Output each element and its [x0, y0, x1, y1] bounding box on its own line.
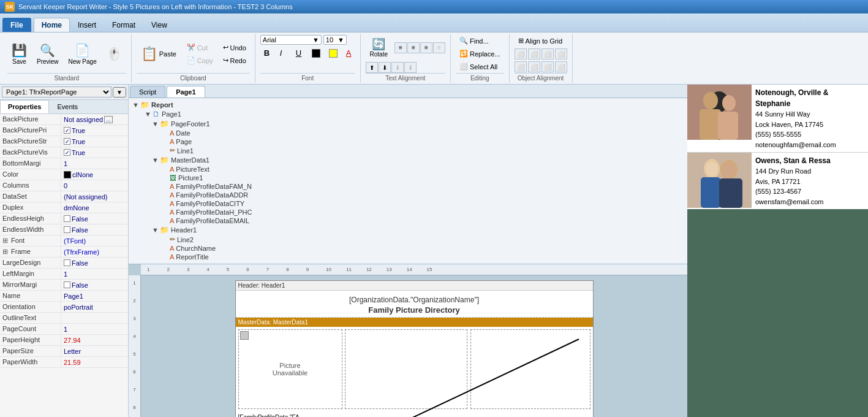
backpicturep-check[interactable]: ✓ — [64, 127, 70, 134]
canvas-area[interactable]: Header: Header1 [OrganizationData."Organ… — [141, 275, 687, 417]
paste-button[interactable]: 📋 Paste — [137, 44, 181, 64]
tab-properties[interactable]: Properties — [0, 100, 49, 113]
align-to-grid-button[interactable]: ⊞ Align to Grid — [515, 35, 567, 47]
tree-item-line2[interactable]: ✏ Line2 — [132, 235, 684, 244]
preview-button[interactable]: 🔍 Preview — [32, 40, 63, 67]
obj-space-h-btn[interactable]: ⬜ — [555, 48, 567, 59]
tree-item-churchname[interactable]: A ChurchName — [132, 244, 684, 253]
redo-button[interactable]: ↪ Redo — [219, 55, 250, 66]
prop-row-backpicturestr: BackPictureStr ✓ True — [0, 136, 128, 147]
field-fam: [FamilyProfileData."FA — [238, 414, 300, 417]
tab-events[interactable]: Events — [49, 100, 86, 113]
report-title-field: Family Picture Directory — [238, 305, 591, 315]
tree-item-pagefooter1[interactable]: ▼ 📁 PageFooter1 — [132, 119, 684, 129]
endlesswidth-check[interactable] — [64, 226, 70, 233]
page-dropdown-btn[interactable]: ▼ — [113, 87, 126, 98]
endlessheigh-check[interactable] — [64, 215, 70, 222]
underline-button[interactable]: U — [292, 47, 307, 59]
valign-top-btn[interactable]: ⬆ — [366, 62, 378, 73]
font-color-black[interactable] — [308, 47, 324, 59]
obj-center-btn[interactable]: ⬜ — [528, 48, 540, 59]
find-button[interactable]: 🔍 Find... — [456, 35, 492, 47]
valign-mid-btn[interactable]: ⬇ — [379, 62, 391, 73]
align-center-btn[interactable]: ≡ — [407, 42, 420, 53]
unknown-btn[interactable]: 🖱️ — [102, 44, 126, 64]
tree-item-picturetext[interactable]: A PictureText — [132, 165, 684, 174]
tree-item-picture1[interactable]: 🖼 Picture1 — [132, 174, 684, 182]
select-all-icon: ⬜ — [459, 63, 468, 71]
photo-entry-1: Notenough, Orville & Stephanie 44 Sunny … — [687, 85, 868, 152]
font-highlight[interactable] — [325, 47, 341, 59]
tab-format[interactable]: Format — [104, 18, 143, 32]
obj-left-btn[interactable]: ⬜ — [515, 48, 527, 59]
tab-home[interactable]: Home — [34, 18, 70, 32]
align-justify-btn[interactable]: ≡ — [433, 42, 445, 53]
redo-icon: ↪ — [223, 56, 228, 64]
prop-row-backpicture: BackPicture Not assigned ... — [0, 114, 128, 125]
save-icon: 💾 — [12, 43, 27, 58]
size-dropdown-arrow: ▼ — [338, 36, 344, 44]
email-2: owensfam@email.com — [755, 197, 864, 207]
obj-vmid-btn[interactable]: ⬜ — [528, 61, 540, 72]
tree-item-familyprofilecity[interactable]: A FamilyProfileDataCITY — [132, 199, 684, 208]
replace-button[interactable]: 🔁 Replace... — [456, 48, 504, 59]
address-2: 144 Dry Run Road — [755, 166, 864, 177]
tree-item-line1[interactable]: ✏ Line1 — [132, 146, 684, 155]
copy-button[interactable]: 📄 Copy — [183, 55, 217, 66]
tree-item-page1[interactable]: ▼ 🗋 Page1 — [132, 109, 684, 119]
backpicturevis-check[interactable]: ✓ — [64, 149, 70, 156]
italic-button[interactable]: I — [276, 47, 291, 59]
backpicture-btn[interactable]: ... — [104, 116, 113, 123]
cut-button[interactable]: ✂️ Cut — [183, 42, 217, 53]
tree-item-familyprofileemail[interactable]: A FamilyProfileDataEMAIL — [132, 216, 684, 225]
largedesign-check[interactable] — [64, 259, 70, 266]
tree-item-reporttitle[interactable]: A ReportTitle — [132, 253, 684, 261]
wrap-btn[interactable]: ⬇ — [404, 62, 417, 73]
obj-space-v-btn[interactable]: ⬜ — [555, 61, 567, 72]
save-button[interactable]: 💾 Save — [7, 40, 31, 67]
font-name-dropdown[interactable]: Arial ▼ — [260, 35, 322, 45]
align-left-btn[interactable]: ≡ — [394, 42, 407, 53]
tab-page1[interactable]: Page1 — [167, 86, 205, 98]
frame-expand[interactable]: ⊞ — [2, 248, 8, 255]
tab-insert[interactable]: Insert — [70, 18, 104, 32]
obj-right-btn[interactable]: ⬜ — [542, 48, 554, 59]
undo-button[interactable]: ↩ Undo — [219, 42, 250, 53]
tree-item-masterdata1[interactable]: ▼ 📁 MasterData1 — [132, 155, 684, 165]
obj-top-btn[interactable]: ⬜ — [515, 61, 527, 72]
mirrormargi-check[interactable] — [64, 281, 70, 288]
select-all-button[interactable]: ⬜ Select All — [456, 61, 501, 72]
rotate-button[interactable]: 🔄 Rotate — [366, 35, 392, 60]
city-2: Avis, PA 17721 — [755, 177, 864, 187]
city-1: Lock Haven, PA 17745 — [755, 120, 864, 130]
new-page-button[interactable]: 📄 New Page — [64, 40, 101, 67]
font-color-btn[interactable]: A — [342, 47, 355, 59]
person-silhouette-2 — [687, 153, 752, 208]
tree-item-date[interactable]: A Date — [132, 129, 684, 137]
tab-view[interactable]: View — [143, 18, 175, 32]
horizontal-ruler: 1 2 3 4 5 6 7 8 9 10 11 12 13 14 — [141, 264, 687, 275]
tree-item-familyprofileaddr[interactable]: A FamilyProfileDataADDR — [132, 191, 684, 199]
page-dropdown[interactable]: Page1: TfrxReportPage — [2, 86, 111, 98]
align-right-btn[interactable]: ≡ — [420, 42, 432, 53]
tree-item-familyprofilehph[interactable]: A FamilyProfileDataH_PHC — [132, 208, 684, 216]
org-name-field: [OrganizationData."OrganizationName"] — [238, 296, 591, 304]
tree-item-header1[interactable]: ▼ 📁 Header1 — [132, 225, 684, 235]
center-panel: Script Page1 ▼ 📁 Report ▼ 🗋 Page1 ▼ 📁 Pa… — [129, 85, 687, 417]
page-selector: Page1: TfrxReportPage ▼ — [0, 85, 128, 100]
obj-bot-btn[interactable]: ⬜ — [542, 61, 554, 72]
prop-row-duplex: Duplex dmNone — [0, 202, 128, 213]
valign-bot-btn[interactable]: ⬇ — [391, 62, 404, 73]
phone-2: (555) 123-4567 — [755, 186, 864, 197]
tab-script[interactable]: Script — [130, 86, 165, 98]
tree-item-page[interactable]: A Page — [132, 137, 684, 146]
preview-icon: 🔍 — [40, 43, 55, 58]
font-expand[interactable]: ⊞ — [2, 237, 8, 244]
font-size-dropdown[interactable]: 10 ▼ — [323, 35, 347, 45]
backpicturestr-check[interactable]: ✓ — [64, 138, 70, 145]
bold-button[interactable]: B — [260, 47, 275, 59]
tab-file[interactable]: File — [2, 18, 31, 32]
ribbon: File Home Insert Format View 💾 Save 🔍 Pr… — [0, 13, 868, 85]
rotate-icon: 🔄 — [372, 37, 385, 51]
tree-item-familyprofilefam[interactable]: A FamilyProfileDataFAM_N — [132, 182, 684, 191]
